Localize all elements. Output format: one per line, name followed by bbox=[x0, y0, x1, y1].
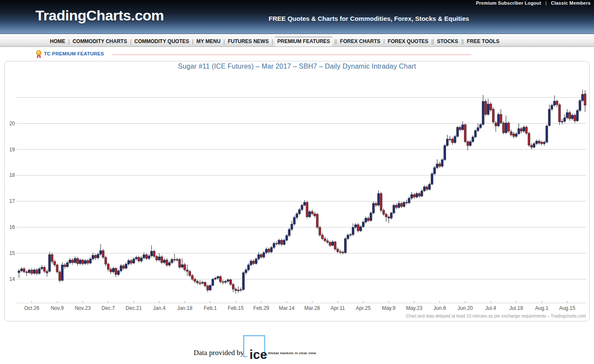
main-nav: HOME|COMMODITY CHARTS|COMMODITY QUOTES|M… bbox=[0, 36, 594, 47]
site-tagline: FREE Quotes & Charts for Commodities, Fo… bbox=[269, 15, 469, 22]
svg-text:15: 15 bbox=[9, 250, 15, 256]
svg-text:Jul.18: Jul.18 bbox=[510, 305, 523, 311]
site-logo[interactable]: TradingCharts.com bbox=[35, 7, 164, 24]
ice-logo-tagline: Global markets in clear view bbox=[268, 351, 316, 355]
candlestick-chart[interactable]: 14151617181920Oct.26Nov.9Nov.23Dec.7Dec.… bbox=[5, 61, 589, 321]
tc-premium-features-link[interactable]: TC PREMIUM FEATURES bbox=[44, 51, 104, 56]
svg-text:Oct.26: Oct.26 bbox=[24, 305, 40, 311]
footer: Data provided by ice Global markets in c… bbox=[0, 332, 594, 364]
nav-separator: | bbox=[272, 38, 273, 44]
nav-separator: | bbox=[68, 38, 70, 44]
svg-text:May.9: May.9 bbox=[382, 305, 396, 311]
nav-separator: | bbox=[223, 38, 225, 44]
svg-text:Apr.11: Apr.11 bbox=[330, 305, 345, 311]
site-header: Premium Subscriber Logout|Classic Member… bbox=[0, 0, 594, 34]
nav-separator: | bbox=[192, 38, 193, 44]
svg-text:Aug.1: Aug.1 bbox=[535, 305, 549, 311]
svg-text:Apr.25: Apr.25 bbox=[356, 305, 371, 311]
premium-divider-line bbox=[112, 55, 471, 55]
nav-item-home[interactable]: HOME bbox=[49, 37, 66, 46]
nav-separator: | bbox=[383, 38, 385, 44]
svg-text:18: 18 bbox=[9, 172, 15, 178]
nav-item-my-menu[interactable]: MY MENU bbox=[196, 37, 221, 46]
svg-text:Nov.23: Nov.23 bbox=[75, 305, 90, 311]
nav-item-free-tools[interactable]: FREE TOOLS bbox=[466, 37, 500, 46]
svg-text:Jul.4: Jul.4 bbox=[485, 305, 496, 311]
premium-subscriber-logout-link[interactable]: Premium Subscriber Logout bbox=[476, 0, 541, 6]
nav-item-forex-quotes[interactable]: FOREX QUOTES bbox=[387, 37, 429, 46]
nav-separator: || bbox=[461, 38, 464, 44]
svg-text:20: 20 bbox=[9, 121, 15, 127]
svg-text:Feb.15: Feb.15 bbox=[228, 305, 244, 311]
svg-text:Dec.7: Dec.7 bbox=[101, 305, 115, 311]
nav-item-stocks[interactable]: STOCKS bbox=[436, 37, 459, 46]
chart-panel: Sugar #11 (ICE Futures) – Mar 2017 – SBH… bbox=[4, 61, 590, 321]
svg-text:May.23: May.23 bbox=[406, 305, 423, 311]
svg-text:Mar.28: Mar.28 bbox=[304, 305, 320, 311]
nav-item-premium-features[interactable]: PREMIUM FEATURES bbox=[275, 37, 332, 46]
chart-disclaimer: Chart and data delayed at least 10 minut… bbox=[406, 314, 586, 318]
svg-text:Feb.1: Feb.1 bbox=[204, 305, 217, 311]
page: Premium Subscriber Logout|Classic Member… bbox=[0, 0, 594, 364]
svg-text:17: 17 bbox=[9, 198, 15, 204]
nav-item-commodity-quotes[interactable]: COMMODITY QUOTES bbox=[133, 37, 190, 46]
ice-logo: ice bbox=[243, 335, 265, 357]
svg-text:Jan.4: Jan.4 bbox=[153, 305, 166, 311]
svg-text:14: 14 bbox=[9, 276, 15, 282]
nav-separator: || bbox=[334, 38, 337, 44]
classic-members-link[interactable]: Classic Members bbox=[551, 0, 591, 6]
ice-logo-text: ice bbox=[249, 348, 267, 361]
svg-text:Dec.21: Dec.21 bbox=[126, 305, 142, 311]
medal-icon bbox=[36, 50, 42, 58]
svg-text:Jan.18: Jan.18 bbox=[177, 305, 192, 311]
svg-text:Feb.29: Feb.29 bbox=[253, 305, 269, 311]
svg-text:19: 19 bbox=[9, 147, 15, 153]
svg-text:Nov.9: Nov.9 bbox=[51, 305, 64, 311]
top-links-separator: | bbox=[545, 0, 547, 6]
nav-item-commodity-charts[interactable]: COMMODITY CHARTS bbox=[72, 37, 128, 46]
nav-item-futures-news[interactable]: FUTURES NEWS bbox=[227, 37, 269, 46]
top-links: Premium Subscriber Logout|Classic Member… bbox=[476, 0, 591, 6]
svg-text:Jun.20: Jun.20 bbox=[458, 305, 473, 311]
svg-text:Mar.14: Mar.14 bbox=[279, 305, 295, 311]
svg-text:Aug.15: Aug.15 bbox=[559, 305, 575, 311]
nav-item-forex-charts[interactable]: FOREX CHARTS bbox=[339, 37, 381, 46]
nav-separator: || bbox=[431, 38, 434, 44]
svg-text:16: 16 bbox=[9, 224, 15, 230]
nav-separator: | bbox=[130, 38, 131, 44]
svg-text:Jun.6: Jun.6 bbox=[434, 305, 446, 311]
premium-features-row: TC PREMIUM FEATURES bbox=[0, 49, 594, 59]
data-provided-label: Data provided by bbox=[194, 349, 244, 357]
